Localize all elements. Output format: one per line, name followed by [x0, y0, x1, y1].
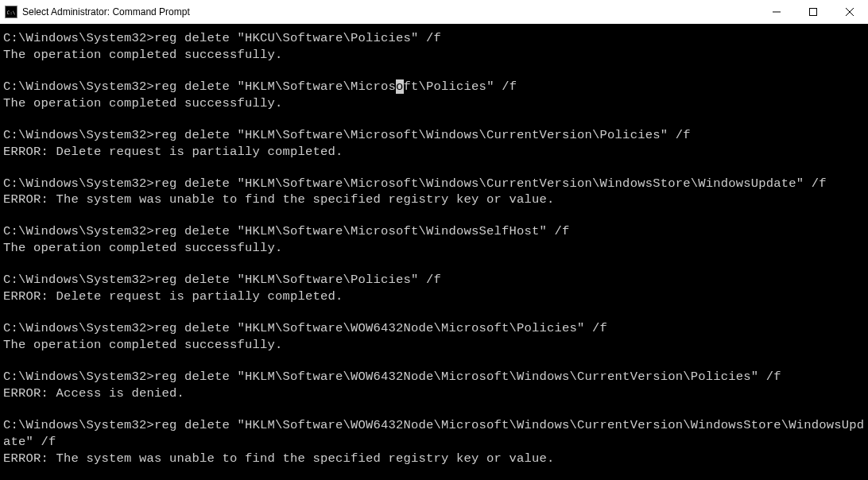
titlebar-controls — [758, 0, 868, 24]
close-icon — [846, 8, 854, 16]
command-block: C:\Windows\System32>reg delete "HKLM\Sof… — [3, 223, 865, 257]
minimize-button[interactable] — [758, 0, 795, 24]
command-line: C:\Windows\System32>reg delete "HKLM\Sof… — [3, 223, 865, 240]
command-block: C:\Windows\System32>reg delete "HKLM\Sof… — [3, 320, 865, 354]
cursor-highlight: o — [396, 79, 404, 94]
maximize-icon — [809, 8, 817, 16]
command-line: C:\Windows\System32>reg delete "HKLM\Sof… — [3, 320, 865, 337]
result-line: The operation completed successfully. — [3, 95, 865, 112]
result-line: The operation completed successfully. — [3, 47, 865, 64]
result-line: ERROR: Delete request is partially compl… — [3, 288, 865, 305]
command-line: C:\Windows\System32>reg delete "HKLM\Sof… — [3, 369, 865, 385]
command-line: C:\Windows\System32>reg delete "HKLM\Sof… — [3, 176, 865, 192]
command-block: C:\Windows\System32>reg delete "HKLM\Sof… — [3, 272, 865, 305]
svg-rect-1 — [810, 9, 817, 16]
command-block: C:\Windows\System32>reg delete "HKLM\Sof… — [3, 369, 865, 402]
result-line: ERROR: Access is denied. — [3, 385, 865, 402]
maximize-button[interactable] — [795, 0, 831, 24]
window-titlebar: C:\ Select Administrator: Command Prompt — [0, 0, 868, 24]
command-line: C:\Windows\System32>reg delete "HKLM\Sof… — [3, 272, 865, 288]
terminal-output[interactable]: C:\Windows\System32>reg delete "HKCU\Sof… — [0, 24, 868, 470]
close-button[interactable] — [831, 0, 868, 24]
result-line: ERROR: Delete request is partially compl… — [3, 144, 865, 161]
command-block: C:\Windows\System32>reg delete "HKCU\Sof… — [3, 30, 865, 64]
result-line: ERROR: The system was unable to find the… — [3, 451, 865, 467]
command-block: C:\Windows\System32>reg delete "HKLM\Sof… — [3, 79, 865, 112]
cmd-icon: C:\ — [5, 6, 17, 18]
titlebar-left: C:\ Select Administrator: Command Prompt — [5, 6, 190, 18]
result-line: ERROR: The system was unable to find the… — [3, 192, 865, 208]
command-block: C:\Windows\System32>reg delete "HKLM\Sof… — [3, 417, 865, 467]
command-line: C:\Windows\System32>reg delete "HKLM\Sof… — [3, 417, 865, 451]
command-line: C:\Windows\System32>reg delete "HKLM\Sof… — [3, 127, 865, 144]
minimize-icon — [773, 8, 781, 16]
window-title: Select Administrator: Command Prompt — [22, 6, 190, 17]
result-line: The operation completed successfully. — [3, 337, 865, 354]
command-block: C:\Windows\System32>reg delete "HKLM\Sof… — [3, 176, 865, 209]
command-block: C:\Windows\System32>reg delete "HKLM\Sof… — [3, 127, 865, 161]
command-line: C:\Windows\System32>reg delete "HKLM\Sof… — [3, 79, 865, 95]
result-line: The operation completed successfully. — [3, 240, 865, 257]
command-line: C:\Windows\System32>reg delete "HKCU\Sof… — [3, 30, 865, 47]
